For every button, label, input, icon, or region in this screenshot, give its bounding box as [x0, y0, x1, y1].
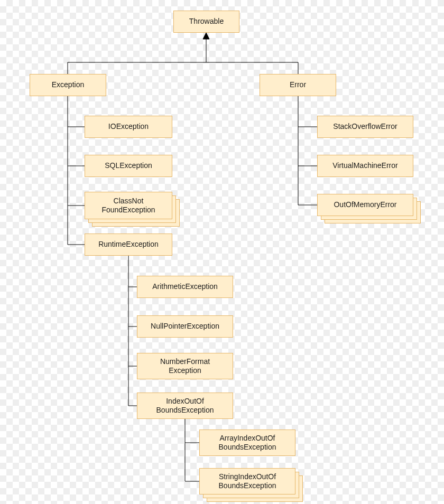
node-outofmemory: OutOfMemoryError	[317, 194, 413, 216]
node-runtimeexception: RuntimeException	[85, 234, 172, 256]
node-label: StringIndexOutOf BoundsException	[219, 472, 276, 491]
node-error: Error	[260, 74, 336, 96]
node-label: ArrayIndexOutOf BoundsException	[219, 434, 276, 452]
node-stringindex: StringIndexOutOf BoundsException	[199, 468, 295, 494]
node-label: NullPointerException	[151, 322, 219, 331]
node-stackoverflow: StackOverflowError	[317, 116, 413, 138]
node-classnotfound: ClassNot FoundException	[85, 192, 172, 219]
node-label: IOException	[108, 122, 149, 132]
node-label: ClassNot FoundException	[101, 197, 155, 215]
diagram-canvas: Throwable Exception Error IOException SQ…	[0, 0, 444, 504]
svg-marker-1	[203, 33, 209, 39]
node-throwable: Throwable	[173, 11, 239, 33]
node-label: Exception	[52, 80, 84, 90]
node-sqlexception: SQLException	[85, 155, 172, 177]
node-virtualmachine: VirtualMachineError	[317, 155, 413, 177]
node-ioexception: IOException	[85, 116, 172, 138]
node-nullpointer: NullPointerException	[137, 315, 233, 338]
node-arrayindex: ArrayIndexOutOf BoundsException	[199, 430, 295, 456]
node-label: ArithmeticException	[152, 282, 218, 292]
node-indexoutofbounds: IndexOutOf BoundsException	[137, 393, 233, 419]
node-label: StackOverflowError	[333, 122, 397, 132]
node-label: Throwable	[189, 17, 224, 26]
node-label: Error	[290, 80, 306, 90]
node-label: IndexOutOf BoundsException	[156, 397, 214, 415]
node-exception: Exception	[30, 74, 106, 96]
node-label: RuntimeException	[98, 240, 159, 249]
node-arithmetic: ArithmeticException	[137, 276, 233, 298]
node-label: SQLException	[105, 161, 152, 171]
node-label: VirtualMachineError	[332, 161, 397, 171]
node-label: OutOfMemoryError	[334, 200, 396, 210]
node-numberformat: NumberFormat Exception	[137, 353, 233, 379]
node-label: NumberFormat Exception	[160, 357, 210, 376]
